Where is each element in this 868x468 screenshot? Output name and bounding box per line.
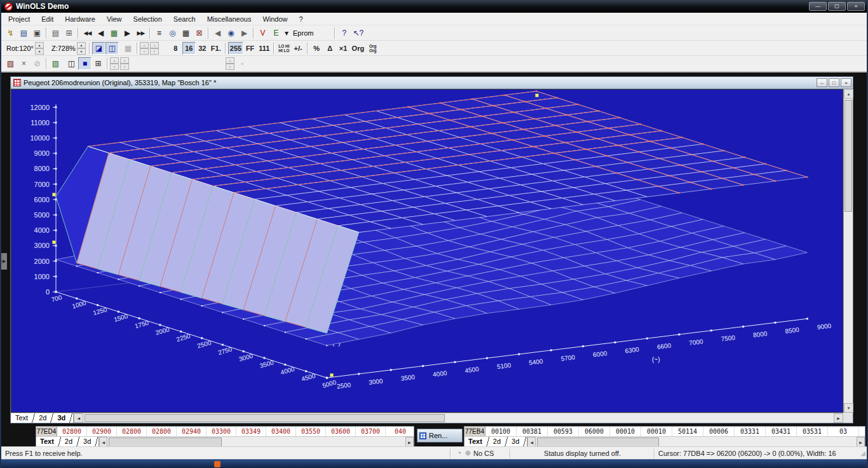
value-cell[interactable]: 03600 (326, 427, 356, 436)
menu-edit[interactable]: Edit (36, 14, 59, 24)
display-hex-button[interactable]: FF (243, 42, 257, 55)
first-map-button[interactable]: ◀◀ (81, 27, 94, 39)
window-77eb4[interactable]: 77EB400100003810059306000000100001050114… (464, 426, 865, 446)
dock-panel-arrow-icon[interactable]: ▶ (1, 253, 7, 270)
width-8bit-button[interactable]: 8 (169, 42, 182, 55)
value-cell[interactable]: 040 (386, 427, 414, 436)
menu-help[interactable]: ? (294, 14, 309, 24)
history-back-button[interactable]: ◀ (211, 27, 224, 39)
tab-3d[interactable]: 3d (508, 437, 522, 446)
spin-up-icon[interactable]: ▲ (77, 42, 86, 48)
map-window-titlebar[interactable]: Peugeot 206modreunion (Original), 353319… (11, 77, 853, 89)
minimize-button[interactable]: — (809, 2, 827, 11)
x-axis-spinner[interactable]: ▲▼ (140, 42, 149, 55)
horizontal-scroll-thumb[interactable] (537, 437, 659, 446)
spin-down-icon[interactable]: ▼ (110, 64, 119, 70)
next-map-button[interactable]: ▶ (121, 27, 134, 39)
tab-3d[interactable]: 3d (54, 413, 69, 423)
scroll-left-button[interactable]: ◀ (74, 413, 83, 423)
tab-3d[interactable]: 3d (80, 437, 94, 446)
spin-down-icon[interactable]: ▼ (140, 48, 149, 55)
view-3d-grid-button[interactable]: ◫ (105, 42, 119, 55)
display-decimal-button[interactable]: 255 (228, 42, 243, 55)
tab-2d[interactable]: 2d (36, 413, 50, 423)
menu-miscellaneous[interactable]: Miscellaneous (201, 14, 257, 24)
value-cell[interactable]: 00381 (517, 427, 548, 436)
checksum-icon[interactable]: V (256, 27, 269, 39)
menu-search[interactable]: Search (168, 14, 201, 24)
scroll-up-button[interactable]: ▲ (844, 89, 853, 99)
delete-map-icon[interactable]: ⊘ (31, 57, 44, 70)
scroll-left-button[interactable]: ◀ (527, 437, 536, 446)
width-16bit-button[interactable]: 16 (182, 42, 196, 55)
display-binary-button[interactable]: 111 (257, 42, 271, 55)
sign-button[interactable]: +/- (292, 42, 305, 55)
eprom-dropdown-arrow[interactable]: ▾ (283, 27, 290, 39)
snapshot-icon[interactable]: ◉ (224, 27, 238, 39)
value-cell[interactable]: 50114 (672, 427, 703, 436)
spin-down-icon[interactable]: ▼ (120, 64, 129, 70)
value-cell[interactable]: 00100 (485, 427, 517, 436)
value-cell[interactable]: 02900 (87, 427, 117, 436)
scroll-right-button[interactable]: ▶ (834, 413, 843, 423)
spin-down-icon[interactable]: ▼ (150, 48, 159, 55)
value-cell[interactable]: 03431 (766, 427, 797, 436)
child-maximize-button[interactable]: □ (829, 78, 839, 87)
hexdump-view-icon[interactable]: ⊞ (62, 27, 76, 39)
original-compare-button[interactable]: OrgOrg (366, 42, 379, 55)
eprom-file-icon[interactable]: E (269, 27, 283, 39)
value-cell[interactable]: 03300 (207, 427, 236, 436)
value-cell[interactable]: 00593 (548, 427, 579, 436)
menu-view[interactable]: View (101, 14, 128, 24)
y-axis-spinner[interactable]: ▲▼ (150, 42, 159, 55)
tab-2d[interactable]: 2d (490, 437, 504, 446)
menu-project[interactable]: Project (3, 14, 36, 24)
scroll-right-button[interactable]: ▶ (405, 437, 414, 446)
horizontal-scrollbar[interactable]: ◀ ▶ (74, 413, 843, 423)
child-close-button[interactable]: × (841, 78, 851, 87)
vertical-scrollbar[interactable]: ▲ ▼ (843, 89, 853, 413)
taskbar-app-icon[interactable] (214, 461, 220, 467)
menu-hardware[interactable]: Hardware (59, 14, 101, 24)
view-3d-solid-button[interactable]: ◪ (92, 42, 105, 55)
value-cell[interactable]: 02800 (147, 427, 177, 436)
map-properties-icon[interactable]: ▧ (4, 57, 17, 70)
tab-text[interactable]: Text (12, 413, 31, 423)
horizontal-scroll-track[interactable] (107, 437, 405, 446)
width-32bit-button[interactable]: 32 (196, 42, 209, 55)
value-cell[interactable]: 03531 (797, 427, 828, 436)
tab-2d[interactable]: 2d (62, 437, 76, 446)
horizontal-scroll-track[interactable] (83, 413, 834, 423)
value-cell[interactable]: 03331 (735, 427, 766, 436)
vertical-scroll-track[interactable] (844, 99, 853, 403)
row-spinner[interactable]: ▲▼ (120, 57, 129, 70)
value-cell[interactable]: 00010 (610, 427, 641, 436)
map-list-button[interactable]: ▦ (107, 27, 121, 39)
scroll-right-button[interactable]: ▶ (857, 437, 865, 446)
text-view-icon[interactable]: ▤ (49, 27, 62, 39)
3d-surface-plot[interactable]: 0100020003000400050006000700080009000100… (11, 90, 843, 411)
spin-up-icon[interactable]: ▲ (140, 42, 149, 48)
spin-up-icon[interactable]: ▲ (110, 57, 119, 64)
edit-properties-icon[interactable]: ▨ (49, 57, 62, 70)
zoom-map-icon[interactable]: ◎ (166, 27, 179, 39)
insert-column-icon[interactable]: ⊞ (92, 57, 105, 70)
horizontal-scroll-track[interactable] (536, 437, 857, 446)
help-icon[interactable]: ? (337, 27, 351, 39)
spin-down-icon[interactable]: ▼ (226, 64, 234, 70)
scroll-down-button[interactable]: ▼ (844, 403, 853, 413)
value-cell[interactable]: 00010 (641, 427, 672, 436)
vertical-scroll-thumb[interactable] (844, 100, 852, 212)
cut-map-icon[interactable]: × (17, 57, 31, 70)
spin-up-icon[interactable]: ▲ (35, 42, 44, 48)
last-map-button[interactable]: ▶▶ (134, 27, 147, 39)
scroll-left-button[interactable]: ◀ (99, 437, 107, 446)
value-cell[interactable]: 03 (828, 427, 859, 436)
width-float-button[interactable]: F1. (209, 42, 223, 55)
value-cell[interactable]: 00006 (703, 427, 735, 436)
client-data-icon[interactable]: ▤ (17, 27, 31, 39)
import-file-icon[interactable]: ↯ (4, 27, 17, 39)
prev-map-button[interactable]: ◀ (94, 27, 107, 39)
map-table-icon[interactable]: ▦ (179, 27, 193, 39)
spin-up-icon[interactable]: ▲ (150, 42, 159, 48)
